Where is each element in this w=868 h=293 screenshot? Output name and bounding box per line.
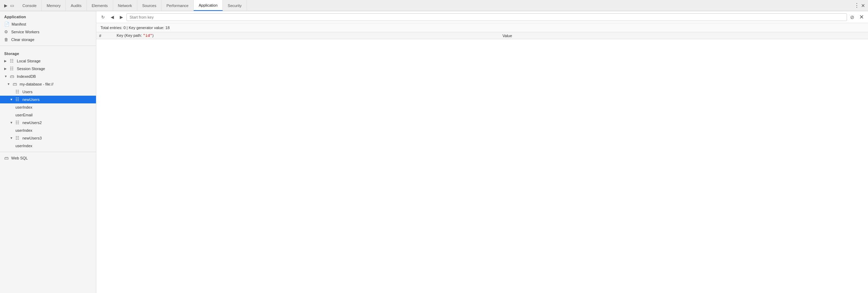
table-scroll[interactable]: # Key (Key path: "id") Value	[96, 32, 868, 293]
arrow-down-icon: ▼	[10, 98, 13, 101]
prev-button[interactable]: ◀	[108, 13, 116, 21]
sidebar-item-users[interactable]: ▶ ☷ Users	[0, 88, 96, 96]
sidebar-item-indexeddb[interactable]: ▼ 🗃 IndexedDB	[0, 73, 96, 80]
sidebar-item-service-workers[interactable]: ⚙ Service Workers	[0, 28, 96, 36]
cursor-icon[interactable]: ▶	[3, 3, 8, 8]
divider2	[0, 152, 96, 152]
info-bar: Total entries: 0 | Key generator value: …	[96, 23, 868, 32]
tab-bar-right: ⋮ ✕	[851, 0, 868, 11]
sidebar-item-label: Local Storage	[17, 59, 41, 63]
table-icon: ☷	[15, 97, 20, 102]
tab-security[interactable]: Security	[223, 0, 247, 11]
sidebar-item-userindex[interactable]: userIndex	[0, 103, 96, 111]
refresh-button[interactable]: ↻	[99, 13, 107, 21]
dev-tools-icons: ▶ ▭	[0, 0, 18, 11]
sidebar-item-label: Service Workers	[11, 30, 39, 34]
tab-performance[interactable]: Performance	[161, 0, 194, 11]
arrow-down-icon: ▼	[4, 75, 8, 78]
divider	[0, 46, 96, 46]
sidebar-item-my-database[interactable]: ▼ 🗃 my-database - file://	[0, 80, 96, 88]
sidebar-item-label: Session Storage	[17, 67, 45, 71]
sidebar-item-web-sql[interactable]: 🗃 Web SQL	[0, 154, 96, 162]
gear-icon: ⚙	[4, 29, 9, 34]
info-text: Total entries: 0 | Key generator value: …	[101, 26, 170, 30]
trash-icon: 🗑	[4, 37, 9, 42]
arrow-down-icon: ▼	[10, 136, 13, 140]
sidebar: Application 📄 Manifest ⚙ Service Workers…	[0, 11, 96, 293]
sidebar-item-label: Users	[22, 90, 33, 94]
sidebar-item-label: Web SQL	[11, 156, 28, 160]
main-layout: Application 📄 Manifest ⚙ Service Workers…	[0, 11, 868, 293]
tab-application[interactable]: Application	[194, 0, 223, 11]
col-header-value: Value	[500, 32, 868, 39]
sidebar-item-session-storage[interactable]: ▶ ☷ Session Storage	[0, 65, 96, 73]
tab-list: ConsoleMemoryAuditsElementsNetworkSource…	[18, 0, 851, 11]
sidebar-item-local-storage[interactable]: ▶ ☷ Local Storage	[0, 57, 96, 65]
cancel-button[interactable]: ✕	[857, 13, 865, 21]
data-table: # Key (Key path: "id") Value	[96, 32, 868, 39]
search-input[interactable]	[126, 13, 847, 21]
grid-icon: ☷	[10, 59, 15, 63]
storage-section-header: Storage	[0, 48, 96, 57]
sidebar-item-label: userIndex	[15, 144, 32, 148]
more-options-icon[interactable]: ⋮	[854, 2, 860, 9]
sidebar-item-label: Manifest	[12, 22, 26, 26]
next-button[interactable]: ▶	[117, 13, 125, 21]
sidebar-item-label: userIndex	[15, 105, 32, 109]
sidebar-item-label: Clear storage	[11, 38, 34, 42]
app-section-header: Application	[0, 11, 96, 20]
tab-elements[interactable]: Elements	[87, 0, 113, 11]
sidebar-item-label: newUsers	[22, 97, 40, 102]
sidebar-item-useremail[interactable]: userEmail	[0, 111, 96, 119]
db-icon: 🗃	[13, 82, 18, 87]
tab-network[interactable]: Network	[113, 0, 137, 11]
arrow-down-icon: ▼	[10, 121, 13, 124]
sidebar-item-clear-storage[interactable]: 🗑 Clear storage	[0, 36, 96, 43]
sidebar-item-label: newUsers2	[22, 121, 42, 125]
device-icon[interactable]: ▭	[9, 3, 15, 8]
close-devtools-button[interactable]: ✕	[861, 3, 865, 8]
document-icon: 📄	[4, 22, 9, 27]
sidebar-item-label: userEmail	[15, 113, 33, 117]
sidebar-item-label: my-database - file://	[20, 82, 54, 86]
tab-sources[interactable]: Sources	[137, 0, 161, 11]
db-icon: 🗃	[10, 74, 15, 79]
sidebar-item-newusers3[interactable]: ▼ ☷ newUsers3	[0, 134, 96, 142]
col-header-key: Key (Key path: "id")	[114, 32, 500, 39]
sidebar-item-newusers[interactable]: ▼ ☷ newUsers	[0, 96, 96, 103]
sidebar-item-userindex3[interactable]: userIndex	[0, 142, 96, 150]
arrow-down-icon: ▼	[7, 82, 11, 86]
col-header-hash: #	[96, 32, 114, 39]
content-area: ↻ ◀ ▶ ⊘ ✕ Total entries: 0 | Key generat…	[96, 11, 868, 293]
arrow-right-icon: ▶	[4, 59, 8, 63]
grid-icon: ☷	[10, 66, 15, 71]
key-label-prefix: Key (Key path:	[117, 33, 143, 38]
tab-memory[interactable]: Memory	[42, 0, 66, 11]
sidebar-item-label: userIndex	[15, 128, 32, 132]
sidebar-item-label: newUsers3	[22, 136, 42, 140]
db-icon: 🗃	[4, 156, 9, 161]
sidebar-item-userindex2[interactable]: userIndex	[0, 127, 96, 134]
tab-bar: ▶ ▭ ConsoleMemoryAuditsElementsNetworkSo…	[0, 0, 868, 11]
arrow-right-icon: ▶	[4, 67, 8, 70]
table-icon: ☷	[15, 136, 20, 141]
clear-button[interactable]: ⊘	[848, 13, 856, 21]
toolbar: ↻ ◀ ▶ ⊘ ✕	[96, 11, 868, 23]
table-icon: ☷	[15, 89, 20, 94]
tab-audits[interactable]: Audits	[66, 0, 87, 11]
sidebar-item-label: IndexedDB	[17, 74, 36, 79]
table-icon: ☷	[15, 120, 20, 125]
table-header: # Key (Key path: "id") Value	[96, 32, 868, 39]
tab-console[interactable]: Console	[18, 0, 42, 11]
sidebar-item-newusers2[interactable]: ▼ ☷ newUsers2	[0, 119, 96, 127]
sidebar-item-manifest[interactable]: 📄 Manifest	[0, 20, 96, 28]
